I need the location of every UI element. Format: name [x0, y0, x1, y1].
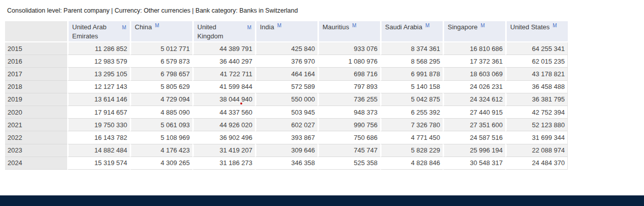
table-row-2022: 202216 143 7825 108 96936 902 496393 867… [5, 131, 568, 144]
value-cell: 309 646 [255, 144, 317, 157]
value-cell: 948 373 [317, 106, 380, 119]
table-row-2024: 202415 319 5744 309 26531 186 273346 358… [5, 157, 568, 170]
column-header-singapore: SingaporeM [443, 21, 505, 42]
value-cell: 797 893 [317, 81, 380, 93]
value-cell: 6 798 657 [130, 68, 192, 80]
value-cell: 31 186 273 [192, 157, 255, 170]
value-cell: 25 996 194 [443, 144, 505, 157]
year-cell: 2020 [5, 106, 67, 119]
table-row-2019: 201913 614 1464 729 09438 044 940550 000… [5, 93, 568, 106]
value-cell: 16 810 686 [443, 42, 505, 55]
year-cell: 2017 [5, 68, 67, 80]
metadata-link[interactable]: M [352, 23, 356, 28]
value-cell: 30 548 317 [443, 157, 505, 170]
value-cell: 5 805 629 [130, 81, 192, 93]
year-cell: 2015 [5, 42, 67, 55]
column-header-label: United ArabEmirates [72, 23, 106, 40]
table-row-2017: 201713 295 1056 798 65741 722 711464 164… [5, 68, 568, 80]
value-cell: 24 587 516 [443, 131, 505, 144]
value-cell: 38 044 940 [192, 93, 255, 106]
value-cell: 16 143 782 [67, 131, 130, 144]
data-table-container: United ArabEmiratesMChinaMUnitedKingdomM… [5, 21, 568, 170]
metadata-link[interactable]: M [122, 23, 126, 32]
footnote-dot[interactable] [240, 102, 242, 105]
value-cell: 62 015 235 [505, 55, 568, 68]
column-header-label: Mauritius [323, 23, 349, 31]
column-header-united-states: United StatesM [505, 21, 568, 42]
value-cell: 17 914 657 [67, 106, 130, 119]
value-cell: 12 983 579 [67, 55, 130, 68]
value-cell: 376 970 [255, 55, 317, 68]
metadata-link[interactable]: M [553, 23, 557, 28]
value-cell: 4 309 265 [130, 157, 192, 170]
year-cell: 2021 [5, 119, 67, 131]
value-cell: 4 885 090 [130, 106, 192, 119]
value-cell: 6 579 873 [130, 55, 192, 68]
metadata-link[interactable]: M [155, 23, 159, 28]
value-cell: 36 381 795 [505, 93, 568, 106]
value-cell: 24 484 370 [505, 157, 568, 170]
value-cell: 5 140 158 [380, 81, 443, 93]
value-cell: 503 945 [255, 106, 317, 119]
value-cell: 346 358 [255, 157, 317, 170]
table-header: United ArabEmiratesMChinaMUnitedKingdomM… [5, 21, 568, 42]
page: Consolidation level: Parent company | Cu… [0, 0, 644, 206]
value-cell: 736 255 [317, 93, 380, 106]
value-cell: 550 000 [255, 93, 317, 106]
value-cell: 7 326 780 [380, 119, 443, 131]
column-header-india: IndiaM [255, 21, 317, 42]
value-cell: 36 440 297 [192, 55, 255, 68]
year-cell: 2024 [5, 157, 67, 170]
value-cell: 5 042 875 [380, 93, 443, 106]
value-cell: 4 176 423 [130, 144, 192, 157]
value-cell: 24 324 612 [443, 93, 505, 106]
table-row-2021: 202119 750 3305 061 09344 926 020602 027… [5, 119, 568, 131]
value-cell: 17 372 361 [443, 55, 505, 68]
value-cell: 41 722 711 [192, 68, 255, 80]
column-header-label: UnitedKingdom [197, 23, 223, 40]
value-cell: 5 012 771 [130, 42, 192, 55]
year-cell: 2019 [5, 93, 67, 106]
year-cell: 2016 [5, 55, 67, 68]
column-header-label: Singapore [448, 23, 477, 31]
value-cell: 15 319 574 [67, 157, 130, 170]
column-header-label: China [135, 23, 152, 31]
value-cell: 6 991 878 [380, 68, 443, 80]
value-cell: 22 088 974 [505, 144, 568, 157]
table-row-2023: 202314 882 4844 176 42331 419 207309 646… [5, 144, 568, 157]
value-cell: 42 752 394 [505, 106, 568, 119]
value-cell: 36 458 488 [505, 81, 568, 93]
value-cell: 525 358 [317, 157, 380, 170]
table-row-2018: 201812 127 1435 805 62941 599 844572 589… [5, 81, 568, 93]
table-row-2020: 202017 914 6574 885 09044 337 560503 945… [5, 106, 568, 119]
footer-bar [0, 195, 644, 206]
metadata-link[interactable]: M [277, 23, 281, 28]
value-cell: 64 255 341 [505, 42, 568, 55]
filter-summary-line: Consolidation level: Parent company | Cu… [7, 7, 298, 14]
metadata-link[interactable]: M [247, 23, 251, 32]
value-cell: 44 337 560 [192, 106, 255, 119]
value-cell: 31 699 344 [505, 131, 568, 144]
year-cell: 2023 [5, 144, 67, 157]
value-cell: 36 902 496 [192, 131, 255, 144]
column-header-label: Saudi Arabia [385, 23, 422, 31]
table-header-row: United ArabEmiratesMChinaMUnitedKingdomM… [5, 21, 568, 42]
value-cell: 393 867 [255, 131, 317, 144]
value-cell: 5 828 229 [380, 144, 443, 157]
metadata-link[interactable]: M [480, 23, 485, 28]
value-cell: 6 255 392 [380, 106, 443, 119]
value-cell: 41 599 844 [192, 81, 255, 93]
value-cell: 750 686 [317, 131, 380, 144]
value-cell: 425 840 [255, 42, 317, 55]
value-cell: 31 419 207 [192, 144, 255, 157]
value-cell: 52 123 880 [505, 119, 568, 131]
value-cell: 8 568 295 [380, 55, 443, 68]
value-cell: 12 127 143 [67, 81, 130, 93]
column-header-saudi-arabia: Saudi ArabiaM [380, 21, 443, 42]
column-header-label: United States [510, 23, 550, 31]
value-cell: 5 061 093 [130, 119, 192, 131]
column-header-united-kingdom: UnitedKingdomM [192, 21, 255, 42]
metadata-link[interactable]: M [425, 23, 430, 28]
value-cell: 602 027 [255, 119, 317, 131]
column-header-mauritius: MauritiusM [317, 21, 380, 42]
